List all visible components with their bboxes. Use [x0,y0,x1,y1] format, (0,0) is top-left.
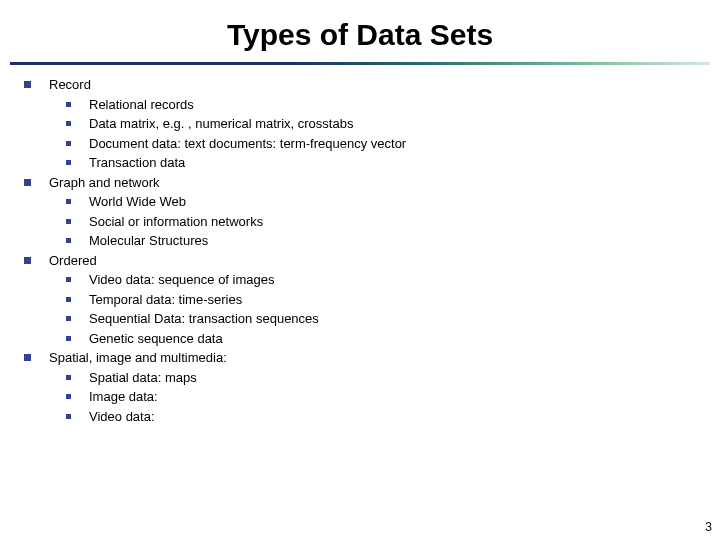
bullet-icon [66,219,71,224]
section-heading: Record [49,75,91,95]
section-heading: Spatial, image and multimedia: [49,348,227,368]
bullet-icon [66,199,71,204]
list-item-text: World Wide Web [89,192,186,212]
section-heading: Ordered [49,251,97,271]
section-heading: Graph and network [49,173,160,193]
list-item-text: Molecular Structures [89,231,208,251]
list-item: Record [24,75,720,95]
list-item: Transaction data [24,153,720,173]
list-item: Temporal data: time-series [24,290,720,310]
bullet-icon [66,160,71,165]
list-item-text: Spatial data: maps [89,368,197,388]
bullet-icon [24,354,31,361]
list-item: Image data: [24,387,720,407]
bullet-icon [66,141,71,146]
list-item: Molecular Structures [24,231,720,251]
list-item: Genetic sequence data [24,329,720,349]
slide-content: Record Relational records Data matrix, e… [0,71,720,426]
bullet-icon [66,121,71,126]
bullet-icon [66,414,71,419]
list-item: World Wide Web [24,192,720,212]
page-number: 3 [705,520,712,534]
title-underline [10,62,710,65]
bullet-icon [66,336,71,341]
list-item-text: Video data: sequence of images [89,270,275,290]
list-item: Sequential Data: transaction sequences [24,309,720,329]
bullet-icon [66,316,71,321]
bullet-icon [24,81,31,88]
bullet-icon [66,375,71,380]
list-item-text: Temporal data: time-series [89,290,242,310]
list-item-text: Video data: [89,407,155,427]
bullet-icon [66,297,71,302]
list-item-text: Sequential Data: transaction sequences [89,309,319,329]
bullet-icon [66,102,71,107]
list-item: Document data: text documents: term-freq… [24,134,720,154]
list-item-text: Genetic sequence data [89,329,223,349]
bullet-icon [66,238,71,243]
list-item-text: Social or information networks [89,212,263,232]
bullet-icon [24,179,31,186]
list-item-text: Data matrix, e.g. , numerical matrix, cr… [89,114,353,134]
list-item: Data matrix, e.g. , numerical matrix, cr… [24,114,720,134]
list-item: Spatial, image and multimedia: [24,348,720,368]
list-item-text: Relational records [89,95,194,115]
list-item: Social or information networks [24,212,720,232]
list-item: Graph and network [24,173,720,193]
bullet-icon [66,277,71,282]
slide: { "title": "Types of Data Sets", "page_n… [0,0,720,540]
list-item-text: Transaction data [89,153,185,173]
bullet-icon [24,257,31,264]
list-item: Video data: sequence of images [24,270,720,290]
list-item: Video data: [24,407,720,427]
list-item: Ordered [24,251,720,271]
list-item: Spatial data: maps [24,368,720,388]
list-item-text: Image data: [89,387,158,407]
bullet-icon [66,394,71,399]
list-item-text: Document data: text documents: term-freq… [89,134,406,154]
slide-title: Types of Data Sets [0,0,720,62]
list-item: Relational records [24,95,720,115]
